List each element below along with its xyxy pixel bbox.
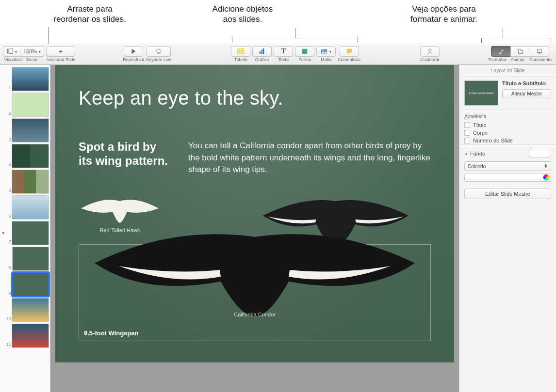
- slide-canvas[interactable]: Keep an eye to the sky. Spot a bird by i…: [50, 65, 459, 392]
- media-icon: [321, 48, 327, 55]
- svg-rect-13: [260, 51, 261, 54]
- svg-point-18: [323, 50, 324, 51]
- play-label: Reproduzir: [123, 57, 144, 62]
- svg-rect-0: [7, 49, 9, 50]
- shape-button[interactable]: [295, 46, 314, 57]
- color-wheel-icon[interactable]: [543, 174, 550, 181]
- zoom-button[interactable]: 150% ▾: [20, 46, 44, 57]
- text-icon: T: [281, 47, 286, 55]
- svg-marker-22: [518, 49, 523, 54]
- svg-rect-19: [346, 49, 352, 53]
- fill-type-value: Colorido: [468, 164, 486, 169]
- comment-icon: [346, 48, 353, 55]
- hawk-graphic[interactable]: Red-Tailed Hawk: [79, 196, 161, 233]
- slide-thumb[interactable]: 6: [1, 195, 49, 220]
- svg-rect-16: [302, 49, 308, 54]
- svg-rect-1: [7, 50, 9, 52]
- condor-box[interactable]: California Condor 9.5-foot Wingspan: [79, 244, 431, 341]
- document-label: Documento: [528, 57, 553, 62]
- collaborate-icon: [426, 48, 433, 55]
- slide-thumb[interactable]: 2: [1, 93, 49, 117]
- svg-rect-8: [238, 49, 244, 54]
- slide-thumb[interactable]: 10: [1, 298, 49, 322]
- chart-label: Gráfico: [255, 57, 269, 62]
- slide-thumb[interactable]: 3: [1, 118, 49, 142]
- svg-marker-4: [132, 49, 136, 54]
- toolbar: ▾ 150% ▾ Visualizar Zoom + Adicionar Sli…: [0, 44, 556, 65]
- callout-reorder: Arraste para reordenar os slides.: [39, 4, 141, 25]
- fill-type-select[interactable]: Colorido ▲▼: [464, 161, 551, 171]
- shape-icon: [301, 48, 308, 55]
- keynote-live-button[interactable]: [147, 46, 171, 57]
- slide-thumb[interactable]: 1: [1, 67, 49, 91]
- color-well[interactable]: [464, 173, 551, 182]
- text-button[interactable]: T: [274, 46, 293, 57]
- zoom-label: Zoom: [21, 57, 43, 62]
- animate-icon: [517, 48, 524, 55]
- callout-format: Veja opções para formatar e animar.: [388, 4, 500, 25]
- checkbox-slidenum[interactable]: [464, 138, 470, 143]
- slide-navigator[interactable]: 1 2 3 4 5 6 ▼7 8 9 10 11: [0, 65, 50, 392]
- collaborate-button[interactable]: [420, 46, 440, 57]
- slide-subtitle[interactable]: Spot a bird by its wing pattern.: [79, 140, 171, 176]
- edit-master-button[interactable]: Editar Slide Mestre: [464, 188, 551, 199]
- comment-button[interactable]: [340, 46, 359, 57]
- view-group: ▾ 150% ▾ Visualizar Zoom: [3, 46, 44, 62]
- slide-thumb[interactable]: 5: [1, 170, 49, 194]
- slide-thumb[interactable]: 4: [1, 144, 49, 168]
- svg-rect-23: [538, 49, 542, 53]
- condor-label: California Condor: [85, 312, 425, 317]
- slide-thumb[interactable]: ▼7: [1, 221, 49, 245]
- chart-button[interactable]: [252, 46, 272, 57]
- table-button[interactable]: [231, 46, 250, 57]
- table-label: Tabela: [234, 57, 247, 62]
- disclosure-triangle-icon[interactable]: ▼: [464, 152, 468, 157]
- plus-icon: +: [59, 48, 63, 54]
- view-button[interactable]: ▾: [3, 46, 20, 57]
- appearance-section: Aparência: [459, 110, 556, 121]
- chart-icon: [259, 48, 265, 55]
- slide-content[interactable]: Keep an eye to the sky. Spot a bird by i…: [55, 65, 454, 362]
- layout-thumbnail[interactable]: Lorem Ipsum Dolor: [464, 80, 498, 106]
- svg-rect-2: [7, 52, 9, 54]
- add-slide-group: + Adicionar Slide: [46, 46, 75, 62]
- brush-icon: [498, 48, 505, 55]
- table-icon: [237, 48, 244, 55]
- view-label: Visualizar: [4, 57, 21, 62]
- wingspan-label: 9.5-foot Wingspan: [84, 329, 139, 337]
- slide-body[interactable]: You can tell a California condor apart f…: [188, 140, 431, 176]
- background-color-swatch[interactable]: [529, 150, 551, 157]
- background-label: Fundo: [470, 151, 485, 157]
- play-button[interactable]: [124, 46, 143, 57]
- slide-title[interactable]: Keep an eye to the sky.: [79, 87, 431, 109]
- view-icon: [6, 48, 13, 55]
- layout-name: Título e Subtítulo: [502, 80, 551, 86]
- checkbox-body-label: Corpo: [473, 130, 488, 136]
- document-icon: [536, 48, 543, 55]
- svg-point-21: [428, 49, 431, 51]
- keynote-live-label: Keynote Live: [146, 57, 171, 62]
- animate-tab[interactable]: [510, 46, 530, 57]
- add-slide-button[interactable]: +: [46, 46, 75, 57]
- collaborate-label: Colaborar: [420, 57, 440, 62]
- svg-marker-20: [348, 53, 350, 55]
- callout-objects: Adicione objetos aos slides.: [189, 4, 296, 25]
- checkbox-title[interactable]: [464, 122, 470, 128]
- format-tab[interactable]: [491, 46, 510, 57]
- media-label: Mídia: [321, 57, 331, 62]
- animate-label: Animar: [507, 57, 528, 62]
- svg-rect-3: [9, 49, 13, 54]
- slide-thumb-selected[interactable]: 9: [1, 272, 49, 297]
- svg-rect-5: [157, 50, 161, 53]
- checkbox-body[interactable]: [464, 130, 470, 136]
- slide-thumb[interactable]: 8: [1, 247, 49, 271]
- change-master-button[interactable]: Alterar Mestre: [502, 89, 551, 98]
- slide-thumb[interactable]: 11: [1, 324, 49, 348]
- document-tab[interactable]: [530, 46, 549, 57]
- zoom-value: 150%: [23, 48, 37, 54]
- keynote-live-icon: [155, 48, 162, 55]
- media-button[interactable]: ▾: [316, 46, 336, 57]
- text-label: Texto: [278, 57, 289, 62]
- condor-graphic[interactable]: California Condor: [85, 228, 425, 317]
- comment-label: Comentário: [338, 57, 360, 62]
